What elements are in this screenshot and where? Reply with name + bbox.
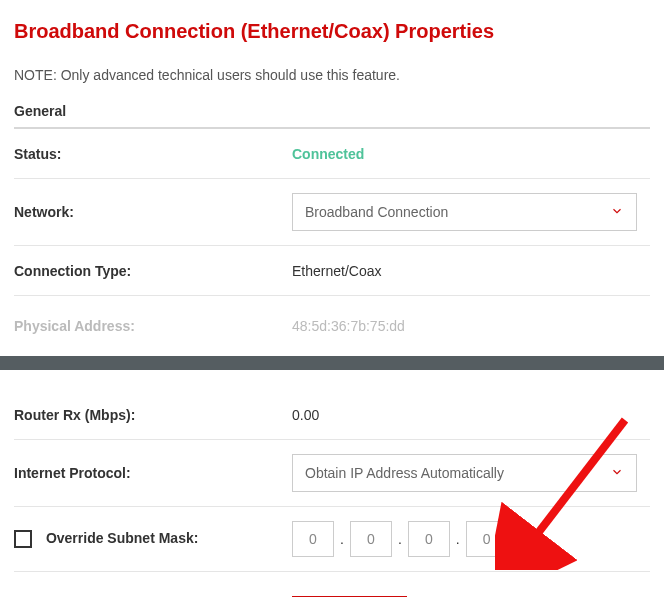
network-select-value: Broadband Connection <box>305 204 448 220</box>
subnet-octets: . . . <box>292 521 650 557</box>
physical-address-label: Physical Address: <box>14 318 292 334</box>
row-connection-type: Connection Type: Ethernet/Coax <box>14 246 650 296</box>
router-rx-value: 0.00 <box>292 407 650 423</box>
dot-separator: . <box>454 531 462 547</box>
subnet-octet-1[interactable] <box>292 521 334 557</box>
row-internet-protocol: Internet Protocol: Obtain IP Address Aut… <box>14 440 650 507</box>
chevron-down-icon <box>610 204 624 221</box>
section-general: General <box>14 103 650 129</box>
physical-address-value: 48:5d:36:7b:75:dd <box>292 318 650 334</box>
row-status: Status: Connected <box>14 129 650 179</box>
dot-separator: . <box>396 531 404 547</box>
subnet-octet-4[interactable] <box>466 521 508 557</box>
chevron-down-icon <box>610 465 624 482</box>
note-text: NOTE: Only advanced technical users shou… <box>14 67 650 83</box>
internet-protocol-value: Obtain IP Address Automatically <box>305 465 504 481</box>
override-subnet-text: Override Subnet Mask: <box>46 530 199 546</box>
network-select[interactable]: Broadband Connection <box>292 193 637 231</box>
row-network: Network: Broadband Connection <box>14 179 650 246</box>
row-override-subnet: Override Subnet Mask: . . . <box>14 507 650 572</box>
status-value: Connected <box>292 146 650 162</box>
network-label: Network: <box>14 204 292 220</box>
subnet-octet-2[interactable] <box>350 521 392 557</box>
row-router-rx: Router Rx (Mbps): 0.00 <box>14 390 650 440</box>
router-rx-label: Router Rx (Mbps): <box>14 407 292 423</box>
connection-type-label: Connection Type: <box>14 263 292 279</box>
connection-type-value: Ethernet/Coax <box>292 263 650 279</box>
override-subnet-checkbox[interactable] <box>14 530 32 548</box>
internet-protocol-label: Internet Protocol: <box>14 465 292 481</box>
subnet-octet-3[interactable] <box>408 521 450 557</box>
row-dhcp-lease: DHCP Lease: Release Renew <box>14 572 650 597</box>
row-physical-address: Physical Address: 48:5d:36:7b:75:dd <box>14 296 650 346</box>
status-label: Status: <box>14 146 292 162</box>
dot-separator: . <box>338 531 346 547</box>
divider-bar <box>0 356 664 370</box>
internet-protocol-select[interactable]: Obtain IP Address Automatically <box>292 454 637 492</box>
override-subnet-label: Override Subnet Mask: <box>14 530 292 548</box>
page-title: Broadband Connection (Ethernet/Coax) Pro… <box>14 20 650 43</box>
